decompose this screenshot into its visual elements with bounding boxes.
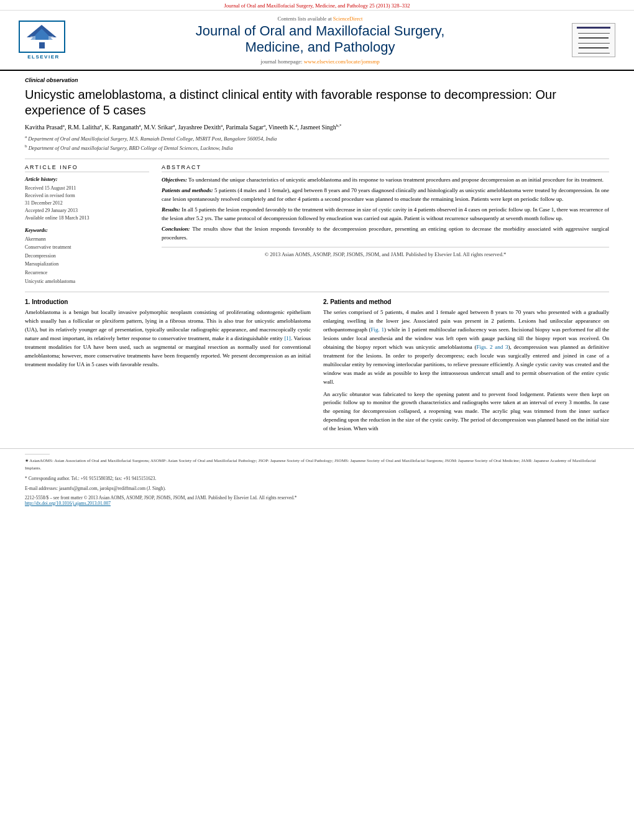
figs2-3-link[interactable]: Figs. 2 and 3 — [476, 344, 508, 350]
authors-text: Kavitha Prasada, R.M. Lalithaa, K. Ranga… — [25, 124, 342, 131]
intro-section: 1. Introduction Ameloblastoma is a benig… — [25, 298, 311, 433]
footnote-star-text: ★ AsianAOMS: Asian Association of Oral a… — [25, 457, 609, 472]
journal-thumbnail — [572, 23, 615, 57]
patients-text-2: An acrylic obturator was fabricated to k… — [323, 390, 609, 434]
keywords-label: Keywords: — [25, 227, 149, 233]
footnote-corresponding: * Corresponding author. Tel.: +91 915158… — [25, 475, 609, 482]
intro-heading: 1. Introduction — [25, 298, 311, 305]
svg-rect-3 — [30, 36, 35, 41]
affiliations: a Department of Oral and Maxillofacial S… — [25, 134, 609, 152]
bottom-bar: ★ AsianAOMS: Asian Association of Oral a… — [0, 448, 634, 508]
date-3: 31 December 2012 — [25, 200, 149, 207]
main-content: Clinical observation Unicystic ameloblas… — [0, 71, 634, 440]
patients-heading: 2. Patients and method — [323, 298, 609, 305]
abstract-results: Results: In all 5 patients the lesion re… — [162, 206, 609, 223]
article-info-abstract-section: ARTICLE INFO Article history: Received 1… — [25, 159, 609, 286]
kw-3: Decompression — [25, 252, 149, 261]
elsevier-wordmark: ELSEVIER — [19, 54, 68, 60]
abstract-patients-methods: Patients and methods: 5 patients (4 male… — [162, 187, 609, 203]
date-5: Available online 18 March 2013 — [25, 215, 149, 222]
kw-6: Unicystic ameloblastoma — [25, 277, 149, 286]
section-type: Clinical observation — [25, 77, 609, 83]
paper-title: Unicystic ameloblastoma, a distinct clin… — [25, 87, 609, 118]
date-2: Received in revised form — [25, 192, 149, 200]
thumb-line-4 — [578, 43, 610, 44]
thumb-line-2 — [578, 33, 610, 34]
kw-5: Recurrence — [25, 269, 149, 277]
footnote-divider — [25, 454, 50, 455]
journal-ref-text: Journal of Oral and Maxillofacial Surger… — [224, 2, 410, 9]
affil-a: a Department of Oral and Maxillofacial S… — [25, 134, 609, 143]
patients-section: 2. Patients and method The series compri… — [323, 298, 609, 433]
doi-link[interactable]: http://dx.doi.org/10.1016/j.ajams.2013.0… — [25, 501, 111, 506]
thumb-line-5 — [579, 47, 609, 48]
copyright-line: © 2013 Asian AOMS, ASOMP, JSOP, JSOMS, J… — [162, 247, 609, 257]
kw-1: Akermann — [25, 235, 149, 244]
keywords-section: Keywords: Akermann Conservative treatmen… — [25, 227, 149, 286]
issn-line: 2212-5558/$ – see front matter © 2013 As… — [25, 495, 609, 501]
abstract-objectives: Objectives: To understand the unique cha… — [162, 176, 609, 185]
abstract-header: ABSTRACT — [162, 164, 609, 172]
article-info-header: ARTICLE INFO — [25, 164, 149, 172]
journal-homepage-link[interactable]: www.elsevier.com/locate/jomsmp — [304, 58, 380, 65]
article-info-col: ARTICLE INFO Article history: Received 1… — [25, 164, 149, 286]
svg-rect-0 — [39, 42, 45, 48]
sciencedirect-link[interactable]: ScienceDirect — [333, 16, 363, 22]
abstract-col: ABSTRACT Objectives: To understand the u… — [162, 164, 609, 286]
body-section: 1. Introduction Ameloblastoma is a benig… — [25, 292, 609, 433]
affil-b: b Department of Oral and maxillofacial S… — [25, 144, 609, 152]
date-4: Accepted 29 January 2013 — [25, 207, 149, 215]
kw-4: Marsupialization — [25, 260, 149, 269]
doi-line: http://dx.doi.org/10.1016/j.ajams.2013.0… — [25, 501, 609, 506]
thumb-line-6 — [578, 53, 610, 53]
elsevier-logo: ELSEVIER — [19, 21, 68, 60]
fig1-link[interactable]: Fig. 1 — [371, 326, 384, 333]
journal-reference-bar: Journal of Oral and Maxillofacial Surger… — [0, 0, 634, 11]
thumb-line-1 — [577, 27, 610, 29]
ref-1-link[interactable]: [1] — [284, 335, 291, 341]
homepage-line: journal homepage: www.elsevier.com/locat… — [75, 58, 566, 65]
kw-2: Conservative treatment — [25, 243, 149, 252]
footnote-email: E-mail addresses: jasamfs@gmail.com, jar… — [25, 485, 609, 492]
elsevier-tree-svg — [22, 24, 62, 50]
abstract-conclusion: Conclusion: The results show that the le… — [162, 225, 609, 242]
journal-main-title: Journal of Oral and Maxillofacial Surger… — [75, 23, 566, 56]
journal-header: ELSEVIER Contents lists available at Sci… — [0, 11, 634, 71]
intro-text: Ameloblastoma is a benign but locally in… — [25, 308, 311, 369]
patients-text: The series comprised of 5 patients, 4 ma… — [323, 308, 609, 386]
svg-rect-4 — [48, 36, 53, 41]
date-1: Received 15 August 2011 — [25, 185, 149, 192]
thumb-line-3 — [579, 37, 609, 39]
history-label: Article history: — [25, 176, 149, 182]
contents-line: Contents lists available at ScienceDirec… — [75, 16, 566, 22]
authors-line: Kavitha Prasada, R.M. Lalithaa, K. Ranga… — [25, 123, 609, 131]
journal-title-area: Contents lists available at ScienceDirec… — [75, 16, 566, 65]
